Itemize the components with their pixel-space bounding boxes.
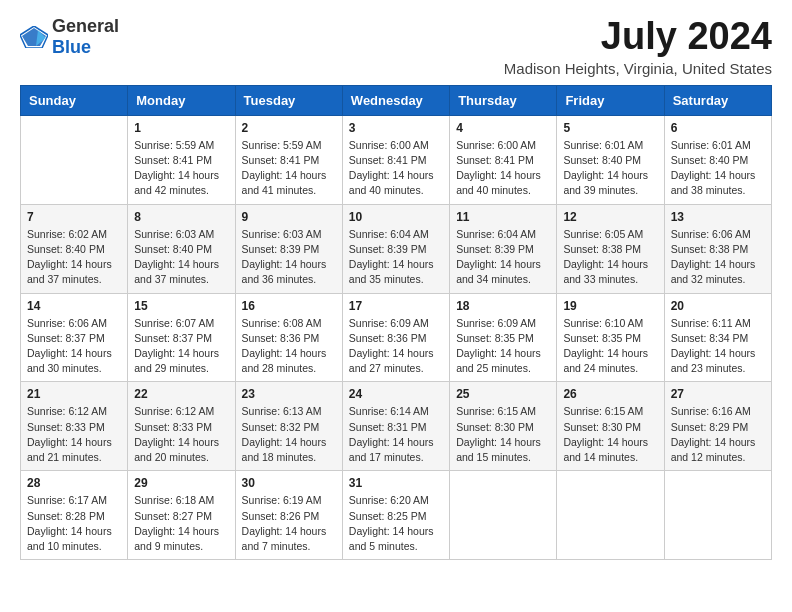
cell-info: Sunrise: 6:03 AMSunset: 8:40 PMDaylight:…: [134, 227, 228, 288]
cell-info: Sunrise: 6:09 AMSunset: 8:36 PMDaylight:…: [349, 316, 443, 377]
calendar-cell: [557, 471, 664, 560]
cell-info: Sunrise: 6:06 AMSunset: 8:38 PMDaylight:…: [671, 227, 765, 288]
calendar-cell: 9Sunrise: 6:03 AMSunset: 8:39 PMDaylight…: [235, 204, 342, 293]
cell-date: 30: [242, 476, 336, 490]
calendar-body: 1Sunrise: 5:59 AMSunset: 8:41 PMDaylight…: [21, 115, 772, 559]
cell-info: Sunrise: 6:04 AMSunset: 8:39 PMDaylight:…: [349, 227, 443, 288]
cell-info: Sunrise: 6:08 AMSunset: 8:36 PMDaylight:…: [242, 316, 336, 377]
calendar-cell: [664, 471, 771, 560]
cell-info: Sunrise: 6:17 AMSunset: 8:28 PMDaylight:…: [27, 493, 121, 554]
week-row-4: 21Sunrise: 6:12 AMSunset: 8:33 PMDayligh…: [21, 382, 772, 471]
calendar-cell: 13Sunrise: 6:06 AMSunset: 8:38 PMDayligh…: [664, 204, 771, 293]
logo: General Blue: [20, 16, 119, 58]
cell-info: Sunrise: 6:06 AMSunset: 8:37 PMDaylight:…: [27, 316, 121, 377]
logo-icon: [20, 26, 48, 48]
cell-date: 19: [563, 299, 657, 313]
cell-info: Sunrise: 6:02 AMSunset: 8:40 PMDaylight:…: [27, 227, 121, 288]
title-section: July 2024 Madison Heights, Virginia, Uni…: [504, 16, 772, 77]
cell-info: Sunrise: 6:07 AMSunset: 8:37 PMDaylight:…: [134, 316, 228, 377]
cell-date: 31: [349, 476, 443, 490]
calendar-cell: 10Sunrise: 6:04 AMSunset: 8:39 PMDayligh…: [342, 204, 449, 293]
day-header-thursday: Thursday: [450, 85, 557, 115]
calendar-cell: 23Sunrise: 6:13 AMSunset: 8:32 PMDayligh…: [235, 382, 342, 471]
calendar-cell: 3Sunrise: 6:00 AMSunset: 8:41 PMDaylight…: [342, 115, 449, 204]
calendar-cell: 15Sunrise: 6:07 AMSunset: 8:37 PMDayligh…: [128, 293, 235, 382]
calendar-cell: 26Sunrise: 6:15 AMSunset: 8:30 PMDayligh…: [557, 382, 664, 471]
logo-text: General Blue: [52, 16, 119, 58]
calendar-cell: [21, 115, 128, 204]
cell-date: 26: [563, 387, 657, 401]
cell-date: 25: [456, 387, 550, 401]
calendar-cell: 17Sunrise: 6:09 AMSunset: 8:36 PMDayligh…: [342, 293, 449, 382]
day-header-saturday: Saturday: [664, 85, 771, 115]
cell-date: 6: [671, 121, 765, 135]
day-header-wednesday: Wednesday: [342, 85, 449, 115]
header-row: SundayMondayTuesdayWednesdayThursdayFrid…: [21, 85, 772, 115]
week-row-2: 7Sunrise: 6:02 AMSunset: 8:40 PMDaylight…: [21, 204, 772, 293]
main-title: July 2024: [504, 16, 772, 58]
cell-info: Sunrise: 6:00 AMSunset: 8:41 PMDaylight:…: [349, 138, 443, 199]
cell-info: Sunrise: 6:05 AMSunset: 8:38 PMDaylight:…: [563, 227, 657, 288]
cell-date: 27: [671, 387, 765, 401]
cell-date: 14: [27, 299, 121, 313]
cell-info: Sunrise: 6:13 AMSunset: 8:32 PMDaylight:…: [242, 404, 336, 465]
cell-info: Sunrise: 6:09 AMSunset: 8:35 PMDaylight:…: [456, 316, 550, 377]
cell-date: 20: [671, 299, 765, 313]
week-row-5: 28Sunrise: 6:17 AMSunset: 8:28 PMDayligh…: [21, 471, 772, 560]
cell-date: 11: [456, 210, 550, 224]
calendar-cell: 22Sunrise: 6:12 AMSunset: 8:33 PMDayligh…: [128, 382, 235, 471]
cell-date: 1: [134, 121, 228, 135]
calendar-cell: 7Sunrise: 6:02 AMSunset: 8:40 PMDaylight…: [21, 204, 128, 293]
day-header-sunday: Sunday: [21, 85, 128, 115]
cell-date: 8: [134, 210, 228, 224]
calendar-cell: 6Sunrise: 6:01 AMSunset: 8:40 PMDaylight…: [664, 115, 771, 204]
cell-date: 9: [242, 210, 336, 224]
calendar-cell: 31Sunrise: 6:20 AMSunset: 8:25 PMDayligh…: [342, 471, 449, 560]
cell-date: 17: [349, 299, 443, 313]
cell-info: Sunrise: 6:15 AMSunset: 8:30 PMDaylight:…: [456, 404, 550, 465]
cell-info: Sunrise: 6:19 AMSunset: 8:26 PMDaylight:…: [242, 493, 336, 554]
cell-info: Sunrise: 6:14 AMSunset: 8:31 PMDaylight:…: [349, 404, 443, 465]
cell-info: Sunrise: 5:59 AMSunset: 8:41 PMDaylight:…: [242, 138, 336, 199]
logo-general: General: [52, 16, 119, 36]
calendar-table: SundayMondayTuesdayWednesdayThursdayFrid…: [20, 85, 772, 560]
week-row-3: 14Sunrise: 6:06 AMSunset: 8:37 PMDayligh…: [21, 293, 772, 382]
calendar-cell: 16Sunrise: 6:08 AMSunset: 8:36 PMDayligh…: [235, 293, 342, 382]
calendar-cell: 2Sunrise: 5:59 AMSunset: 8:41 PMDaylight…: [235, 115, 342, 204]
cell-info: Sunrise: 6:04 AMSunset: 8:39 PMDaylight:…: [456, 227, 550, 288]
cell-date: 2: [242, 121, 336, 135]
calendar-cell: [450, 471, 557, 560]
day-header-friday: Friday: [557, 85, 664, 115]
calendar-cell: 30Sunrise: 6:19 AMSunset: 8:26 PMDayligh…: [235, 471, 342, 560]
calendar-cell: 21Sunrise: 6:12 AMSunset: 8:33 PMDayligh…: [21, 382, 128, 471]
calendar-cell: 25Sunrise: 6:15 AMSunset: 8:30 PMDayligh…: [450, 382, 557, 471]
cell-date: 15: [134, 299, 228, 313]
cell-date: 23: [242, 387, 336, 401]
calendar-cell: 19Sunrise: 6:10 AMSunset: 8:35 PMDayligh…: [557, 293, 664, 382]
calendar-cell: 29Sunrise: 6:18 AMSunset: 8:27 PMDayligh…: [128, 471, 235, 560]
cell-date: 29: [134, 476, 228, 490]
calendar-cell: 14Sunrise: 6:06 AMSunset: 8:37 PMDayligh…: [21, 293, 128, 382]
logo-blue: Blue: [52, 37, 91, 57]
calendar-cell: 24Sunrise: 6:14 AMSunset: 8:31 PMDayligh…: [342, 382, 449, 471]
cell-info: Sunrise: 6:12 AMSunset: 8:33 PMDaylight:…: [134, 404, 228, 465]
cell-info: Sunrise: 6:20 AMSunset: 8:25 PMDaylight:…: [349, 493, 443, 554]
calendar-cell: 4Sunrise: 6:00 AMSunset: 8:41 PMDaylight…: [450, 115, 557, 204]
cell-date: 13: [671, 210, 765, 224]
cell-date: 4: [456, 121, 550, 135]
calendar-header: SundayMondayTuesdayWednesdayThursdayFrid…: [21, 85, 772, 115]
calendar-cell: 11Sunrise: 6:04 AMSunset: 8:39 PMDayligh…: [450, 204, 557, 293]
cell-date: 16: [242, 299, 336, 313]
cell-date: 28: [27, 476, 121, 490]
calendar-cell: 27Sunrise: 6:16 AMSunset: 8:29 PMDayligh…: [664, 382, 771, 471]
cell-info: Sunrise: 6:12 AMSunset: 8:33 PMDaylight:…: [27, 404, 121, 465]
cell-info: Sunrise: 5:59 AMSunset: 8:41 PMDaylight:…: [134, 138, 228, 199]
cell-date: 10: [349, 210, 443, 224]
subtitle: Madison Heights, Virginia, United States: [504, 60, 772, 77]
page-header: General Blue July 2024 Madison Heights, …: [20, 16, 772, 77]
cell-info: Sunrise: 6:00 AMSunset: 8:41 PMDaylight:…: [456, 138, 550, 199]
cell-date: 22: [134, 387, 228, 401]
calendar-cell: 20Sunrise: 6:11 AMSunset: 8:34 PMDayligh…: [664, 293, 771, 382]
calendar-cell: 18Sunrise: 6:09 AMSunset: 8:35 PMDayligh…: [450, 293, 557, 382]
calendar-cell: 8Sunrise: 6:03 AMSunset: 8:40 PMDaylight…: [128, 204, 235, 293]
